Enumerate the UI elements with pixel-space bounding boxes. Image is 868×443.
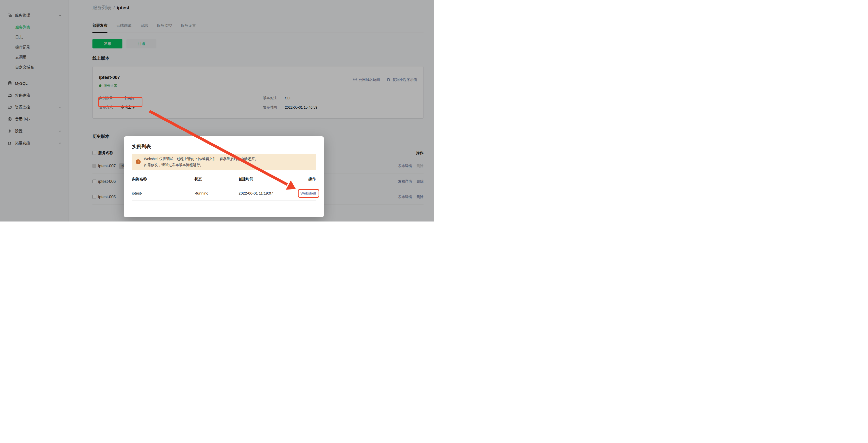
column-status: 状态 xyxy=(194,177,239,182)
webshell-warning-banner: ! Webshell 仅供调试，过程中请勿上传/编辑文件，容器重启后会自动还原。… xyxy=(132,154,316,170)
modal-title: 实例列表 xyxy=(132,143,316,150)
warning-line-1: Webshell 仅供调试，过程中请勿上传/编辑文件，容器重启后会自动还原。 xyxy=(144,156,312,162)
wechat-cloudrun-console: 服务管理 服务列表 日志 操作记录 云调用 自定义域名 MySQL xyxy=(0,0,434,222)
column-created-time: 创建时间 xyxy=(239,177,290,182)
warning-icon: ! xyxy=(136,159,141,164)
instance-table-header: 实例名称 状态 创建时间 操作 xyxy=(132,172,316,186)
instance-created-time: 2022-06-01 11:19:07 xyxy=(239,191,290,195)
instance-name: iptest- xyxy=(132,191,194,195)
warning-line-2: 如需修改，请通过发布版本流程进行。 xyxy=(144,162,312,168)
column-operation: 操作 xyxy=(290,177,316,182)
column-instance-name: 实例名称 xyxy=(132,177,194,182)
instance-status: Running xyxy=(194,191,239,195)
instance-list-modal: 实例列表 ! Webshell 仅供调试，过程中请勿上传/编辑文件，容器重启后会… xyxy=(124,136,324,217)
instance-table: 实例名称 状态 创建时间 操作 iptest- Running 2022-06-… xyxy=(132,172,316,200)
instance-row: iptest- Running 2022-06-01 11:19:07 Webs… xyxy=(132,186,316,200)
webshell-link[interactable]: Webshell xyxy=(301,191,316,195)
